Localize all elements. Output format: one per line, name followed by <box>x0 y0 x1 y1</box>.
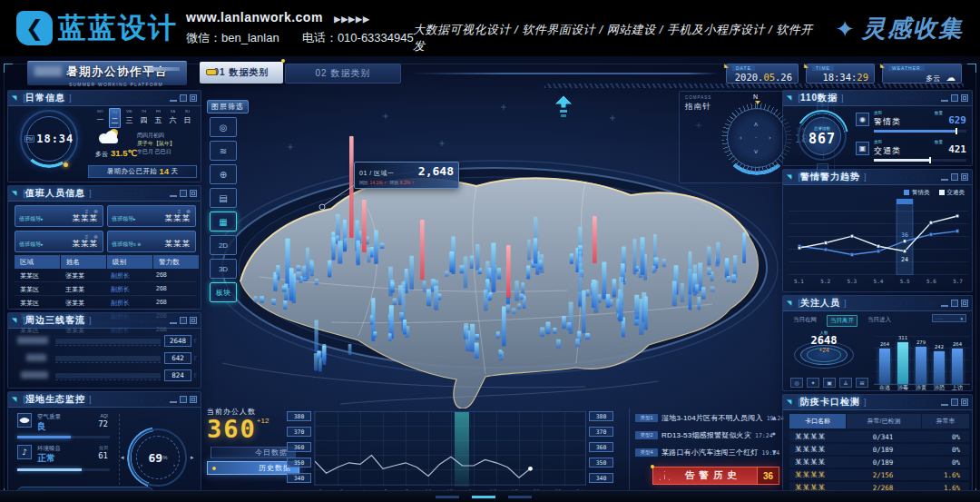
scroll-down-icon[interactable]: ▼ <box>772 448 777 455</box>
target-layer-button[interactable]: ⊕ <box>210 164 237 184</box>
x-tick: 5.7 <box>953 278 963 284</box>
north-label: N <box>753 94 758 100</box>
heat-layer-button[interactable]: ▦ <box>210 212 237 231</box>
minimize-icon[interactable] <box>170 191 177 197</box>
tab-data-category-2[interactable]: 02 数据类别 <box>285 64 401 84</box>
fullscreen-icon[interactable] <box>961 399 968 406</box>
minimize-icon[interactable] <box>941 399 948 406</box>
list-layer-button[interactable]: ▤ <box>210 188 237 208</box>
gauge-value: 2648 <box>794 335 854 347</box>
alert-item[interactable]: 类型1湿地3-104片区有不明人员闯入19:24 <box>635 412 769 424</box>
office-trend-chart <box>314 411 586 486</box>
contact-block: www.lanlanwork.com ▶▶▶▶▶ 微信：ben_lanlan 电… <box>186 10 414 46</box>
table-row[interactable]: 某某某某2/1561.6% <box>789 469 969 480</box>
header-checkpoint-name[interactable]: 卡口名称 <box>789 414 846 428</box>
duty-leader-card[interactable]: 值班领导▸≡ ⊗某某某 <box>15 205 103 227</box>
today-data-button[interactable]: 今日数据 <box>211 447 296 458</box>
fullscreen-icon[interactable] <box>961 173 968 181</box>
table-row[interactable]: 某某某某0/3410% <box>789 431 969 442</box>
focus-bar: 311涉毒 <box>897 342 908 384</box>
gauge-left-arrow[interactable]: ◂ <box>121 454 124 461</box>
duty-leader-card[interactable]: 值班领导≡ ⊗某某某 <box>107 231 196 252</box>
db-unit: 分贝 <box>90 445 108 450</box>
panel-checkpoint: ◥[防疫卡口检测] · · · · · · 卡口名称 异常/已检测 异常率 某某… <box>782 394 973 502</box>
table-row[interactable]: 某某区王某某副所长268 <box>15 282 196 296</box>
maximize-icon[interactable] <box>951 300 958 307</box>
focus-tab[interactable]: 当日在网 <box>790 315 819 327</box>
x-tick: 5.3 <box>847 278 857 284</box>
gauge-right-arrow[interactable]: ▸ <box>191 454 194 461</box>
hatch-strip <box>544 84 964 88</box>
panel-title: 周边三线客流 <box>25 314 85 327</box>
view-3d-button[interactable]: 3D <box>210 259 237 279</box>
fullscreen-icon[interactable] <box>961 94 968 102</box>
alert-history-label: 告警历史 <box>670 469 757 482</box>
tab-data-category-1[interactable]: 01 数据类别 <box>200 62 283 84</box>
fullscreen-icon[interactable] <box>190 317 197 324</box>
header-detected[interactable]: 异常/已检测 <box>847 414 921 428</box>
maximize-icon[interactable] <box>180 94 187 102</box>
filter-dropdown[interactable]: · · ·▾ <box>932 314 966 322</box>
flow-value: 642 <box>164 352 191 364</box>
category-icon[interactable]: ◎ <box>790 378 803 388</box>
table-row[interactable]: 某某某某0/1890% <box>789 457 969 468</box>
category-icon[interactable]: ♙ <box>839 378 852 388</box>
minimize-icon[interactable] <box>941 300 948 307</box>
minimize-icon[interactable] <box>941 95 948 102</box>
north-arrow-icon <box>552 94 575 121</box>
maximize-icon[interactable] <box>180 190 187 197</box>
focus-tab[interactable]: 当日离开 <box>827 315 858 327</box>
office-count-value: 360 <box>207 415 257 443</box>
time-segment: ◣ TIME 18:34:29 <box>806 64 875 84</box>
fullscreen-icon[interactable] <box>190 190 197 197</box>
website-link[interactable]: www.lanlanwork.com <box>186 10 323 25</box>
history-data-button[interactable]: 历史数据 <box>207 461 299 475</box>
panel-110-data: ◥[110数据] · · · · · · 总警情数867 ◉ 类型警情类 数量6… <box>782 90 973 166</box>
panel-title: 110数据 <box>800 92 838 104</box>
maximize-icon[interactable] <box>951 94 958 102</box>
category-icon[interactable]: ▣ <box>823 378 836 388</box>
maximize-icon[interactable] <box>951 173 958 181</box>
maximize-icon[interactable] <box>180 396 187 403</box>
table-row[interactable]: 某某某某0/1890% <box>789 444 969 455</box>
table-row[interactable]: 某某区张某某副所长268 <box>15 269 196 282</box>
view-2d-button[interactable]: 2D <box>210 235 237 255</box>
inspiration-collect[interactable]: ✦ 灵感收集 <box>835 13 964 44</box>
alert-item[interactable]: 类型4某路口有小汽车连闯三个红灯19:24 <box>635 447 769 458</box>
cloud-icon: ☁ <box>946 72 956 83</box>
weather-cloud-icon <box>99 131 121 143</box>
alert-history-banner[interactable]: ! 告警历史 36 <box>652 467 779 485</box>
fullscreen-icon[interactable] <box>961 300 968 307</box>
poi-layer-button[interactable]: ◎ <box>210 117 237 137</box>
signal-layer-button[interactable]: ≋ <box>210 141 237 161</box>
services-list: 大数据可视化设计 / 软件界面设计 / 网站建设 / 手机及小程序设计 / 软件… <box>413 22 821 54</box>
minimize-icon[interactable] <box>170 95 177 102</box>
fullscreen-icon[interactable] <box>190 94 197 102</box>
blurred-line-label <box>21 371 48 379</box>
category-icon[interactable]: ⊞ <box>856 378 868 388</box>
district-layer-button[interactable]: 板块 <box>210 282 237 302</box>
minimize-icon[interactable] <box>941 174 948 181</box>
focus-bar-chart: 264在逃311涉毒279涉黄242涉恐264上访 <box>874 325 970 385</box>
scroll-up-icon[interactable]: ▲ <box>772 414 777 420</box>
duty-leader-card[interactable]: 值班领导▸≡ ⊗某某某 <box>107 205 196 227</box>
tab-pill-icon <box>206 69 217 75</box>
maximize-icon[interactable] <box>951 399 958 406</box>
minimize-icon[interactable] <box>170 397 177 403</box>
temperature: 31.5℃ <box>111 148 137 158</box>
fullscreen-icon[interactable] <box>190 396 197 403</box>
minimize-icon[interactable] <box>170 318 177 324</box>
duty-leader-card[interactable]: 值班领导▸≡ ⊗某某某 <box>15 231 103 252</box>
category-icon[interactable]: ✦ <box>807 378 819 388</box>
maximize-icon[interactable] <box>180 317 187 324</box>
weekday-cell: TU二 <box>109 108 121 128</box>
aqi-number: 72 <box>90 419 108 428</box>
table-row[interactable]: 某某区张某某副所长268 <box>15 296 196 310</box>
air-quality-value: 良 <box>37 420 46 433</box>
gauge-value: 69 <box>149 451 163 465</box>
alert-item[interactable]: 类型2RD13-53烟感报警疑似火灾17:24 <box>635 429 769 441</box>
y-tick: 380 <box>589 411 613 421</box>
y-axis-ticks-left: 380370360350340 <box>287 411 311 488</box>
weekday-cell: FR五 <box>152 108 164 128</box>
header-rate[interactable]: 异常率 <box>922 414 969 428</box>
